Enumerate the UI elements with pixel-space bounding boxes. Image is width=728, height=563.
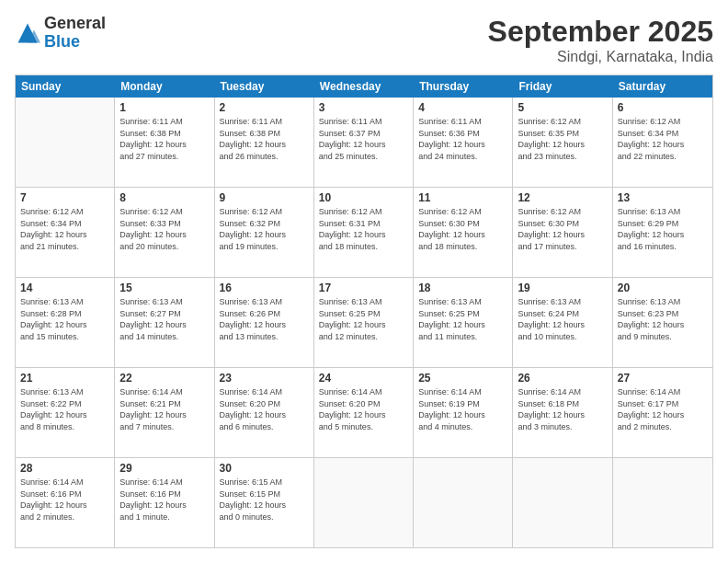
day-info: Sunrise: 6:13 AM Sunset: 6:25 PM Dayligh… [319, 296, 408, 342]
calendar-header: SundayMondayTuesdayWednesdayThursdayFrid… [16, 75, 712, 98]
day-info: Sunrise: 6:14 AM Sunset: 6:21 PM Dayligh… [119, 386, 209, 432]
day-info: Sunrise: 6:14 AM Sunset: 6:20 PM Dayligh… [319, 386, 408, 432]
day-number: 15 [119, 282, 209, 294]
cal-cell: 15Sunrise: 6:13 AM Sunset: 6:27 PM Dayli… [115, 278, 214, 367]
cal-cell: 27Sunrise: 6:14 AM Sunset: 6:17 PM Dayli… [613, 368, 712, 457]
cal-cell: 23Sunrise: 6:14 AM Sunset: 6:20 PM Dayli… [215, 368, 314, 457]
day-number: 14 [20, 282, 109, 294]
cal-cell: 30Sunrise: 6:15 AM Sunset: 6:15 PM Dayli… [215, 458, 314, 547]
day-info: Sunrise: 6:12 AM Sunset: 6:32 PM Dayligh… [220, 206, 309, 252]
day-number: 25 [418, 372, 507, 385]
cal-cell: 13Sunrise: 6:13 AM Sunset: 6:29 PM Dayli… [613, 188, 712, 277]
cal-cell: 20Sunrise: 6:13 AM Sunset: 6:23 PM Dayli… [613, 278, 712, 367]
cal-cell: 29Sunrise: 6:14 AM Sunset: 6:16 PM Dayli… [115, 458, 214, 547]
cal-cell: 25Sunrise: 6:14 AM Sunset: 6:19 PM Dayli… [414, 368, 513, 457]
day-info: Sunrise: 6:14 AM Sunset: 6:16 PM Dayligh… [119, 477, 209, 523]
cal-header-day: Thursday [414, 75, 513, 98]
day-info: Sunrise: 6:12 AM Sunset: 6:34 PM Dayligh… [618, 116, 708, 162]
day-number: 9 [220, 191, 309, 204]
day-number: 3 [319, 101, 408, 114]
day-info: Sunrise: 6:13 AM Sunset: 6:27 PM Dayligh… [119, 296, 209, 342]
logo-text: General Blue [44, 15, 106, 52]
day-info: Sunrise: 6:14 AM Sunset: 6:17 PM Dayligh… [618, 386, 708, 432]
cal-cell [414, 458, 513, 547]
cal-cell: 12Sunrise: 6:12 AM Sunset: 6:30 PM Dayli… [513, 188, 612, 277]
calendar: SundayMondayTuesdayWednesdayThursdayFrid… [15, 75, 713, 548]
cal-header-day: Sunday [16, 75, 115, 98]
cal-row: 21Sunrise: 6:13 AM Sunset: 6:22 PM Dayli… [16, 368, 712, 458]
cal-row: 14Sunrise: 6:13 AM Sunset: 6:28 PM Dayli… [16, 278, 712, 368]
cal-header-day: Friday [513, 75, 612, 98]
cal-row: 7Sunrise: 6:12 AM Sunset: 6:34 PM Daylig… [16, 188, 712, 278]
day-number: 4 [418, 101, 507, 114]
day-number: 11 [418, 191, 507, 204]
logo-blue: Blue [44, 33, 106, 52]
day-number: 1 [119, 101, 209, 114]
day-number: 19 [518, 282, 607, 294]
day-number: 17 [319, 282, 408, 294]
day-number: 8 [119, 191, 209, 204]
day-info: Sunrise: 6:14 AM Sunset: 6:18 PM Dayligh… [518, 386, 607, 432]
day-info: Sunrise: 6:14 AM Sunset: 6:16 PM Dayligh… [20, 477, 109, 523]
day-info: Sunrise: 6:12 AM Sunset: 6:34 PM Dayligh… [20, 206, 109, 252]
cal-cell: 17Sunrise: 6:13 AM Sunset: 6:25 PM Dayli… [314, 278, 414, 367]
day-number: 23 [220, 372, 309, 385]
day-number: 26 [518, 372, 607, 385]
cal-cell: 22Sunrise: 6:14 AM Sunset: 6:21 PM Dayli… [115, 368, 214, 457]
cal-cell: 6Sunrise: 6:12 AM Sunset: 6:34 PM Daylig… [613, 98, 712, 187]
day-number: 6 [618, 101, 708, 114]
cal-header-day: Wednesday [314, 75, 414, 98]
day-number: 29 [119, 462, 209, 475]
day-number: 24 [319, 372, 408, 385]
cal-row: 1Sunrise: 6:11 AM Sunset: 6:38 PM Daylig… [16, 98, 712, 188]
cal-cell [513, 458, 612, 547]
day-number: 30 [220, 462, 309, 475]
day-number: 28 [20, 462, 109, 475]
day-number: 7 [20, 191, 109, 204]
cal-cell: 14Sunrise: 6:13 AM Sunset: 6:28 PM Dayli… [16, 278, 115, 367]
main-title: September 2025 [488, 15, 713, 49]
cal-cell: 1Sunrise: 6:11 AM Sunset: 6:38 PM Daylig… [115, 98, 214, 187]
day-info: Sunrise: 6:11 AM Sunset: 6:37 PM Dayligh… [319, 116, 408, 162]
cal-cell: 19Sunrise: 6:13 AM Sunset: 6:24 PM Dayli… [513, 278, 612, 367]
cal-header-day: Saturday [613, 75, 712, 98]
day-info: Sunrise: 6:13 AM Sunset: 6:23 PM Dayligh… [618, 296, 708, 342]
day-number: 22 [119, 372, 209, 385]
day-info: Sunrise: 6:12 AM Sunset: 6:30 PM Dayligh… [418, 206, 507, 252]
day-number: 27 [618, 372, 708, 385]
cal-cell: 28Sunrise: 6:14 AM Sunset: 6:16 PM Dayli… [16, 458, 115, 547]
cal-cell: 18Sunrise: 6:13 AM Sunset: 6:25 PM Dayli… [414, 278, 513, 367]
day-number: 21 [20, 372, 109, 385]
logo-general: General [44, 15, 106, 33]
page: General Blue September 2025 Sindgi, Karn… [0, 0, 728, 563]
day-info: Sunrise: 6:11 AM Sunset: 6:36 PM Dayligh… [418, 116, 507, 162]
day-number: 2 [220, 101, 309, 114]
day-number: 13 [618, 191, 708, 204]
cal-cell: 24Sunrise: 6:14 AM Sunset: 6:20 PM Dayli… [314, 368, 414, 457]
cal-cell: 4Sunrise: 6:11 AM Sunset: 6:36 PM Daylig… [414, 98, 513, 187]
day-info: Sunrise: 6:12 AM Sunset: 6:33 PM Dayligh… [119, 206, 209, 252]
header: General Blue September 2025 Sindgi, Karn… [15, 15, 713, 65]
cal-cell: 3Sunrise: 6:11 AM Sunset: 6:37 PM Daylig… [314, 98, 414, 187]
day-info: Sunrise: 6:13 AM Sunset: 6:22 PM Dayligh… [20, 386, 109, 432]
day-info: Sunrise: 6:11 AM Sunset: 6:38 PM Dayligh… [119, 116, 209, 162]
title-block: September 2025 Sindgi, Karnataka, India [488, 15, 713, 65]
cal-cell: 26Sunrise: 6:14 AM Sunset: 6:18 PM Dayli… [513, 368, 612, 457]
cal-cell: 2Sunrise: 6:11 AM Sunset: 6:38 PM Daylig… [215, 98, 314, 187]
day-info: Sunrise: 6:12 AM Sunset: 6:30 PM Dayligh… [518, 206, 607, 252]
logo: General Blue [15, 15, 106, 52]
subtitle: Sindgi, Karnataka, India [488, 49, 713, 65]
day-info: Sunrise: 6:13 AM Sunset: 6:25 PM Dayligh… [418, 296, 507, 342]
cal-cell: 9Sunrise: 6:12 AM Sunset: 6:32 PM Daylig… [215, 188, 314, 277]
day-number: 16 [220, 282, 309, 294]
cal-cell: 11Sunrise: 6:12 AM Sunset: 6:30 PM Dayli… [414, 188, 513, 277]
cal-cell [314, 458, 414, 547]
logo-icon [15, 20, 40, 46]
day-info: Sunrise: 6:12 AM Sunset: 6:31 PM Dayligh… [319, 206, 408, 252]
day-number: 18 [418, 282, 507, 294]
cal-header-day: Tuesday [215, 75, 314, 98]
cal-cell: 7Sunrise: 6:12 AM Sunset: 6:34 PM Daylig… [16, 188, 115, 277]
cal-cell: 21Sunrise: 6:13 AM Sunset: 6:22 PM Dayli… [16, 368, 115, 457]
day-number: 20 [618, 282, 708, 294]
day-info: Sunrise: 6:11 AM Sunset: 6:38 PM Dayligh… [220, 116, 309, 162]
